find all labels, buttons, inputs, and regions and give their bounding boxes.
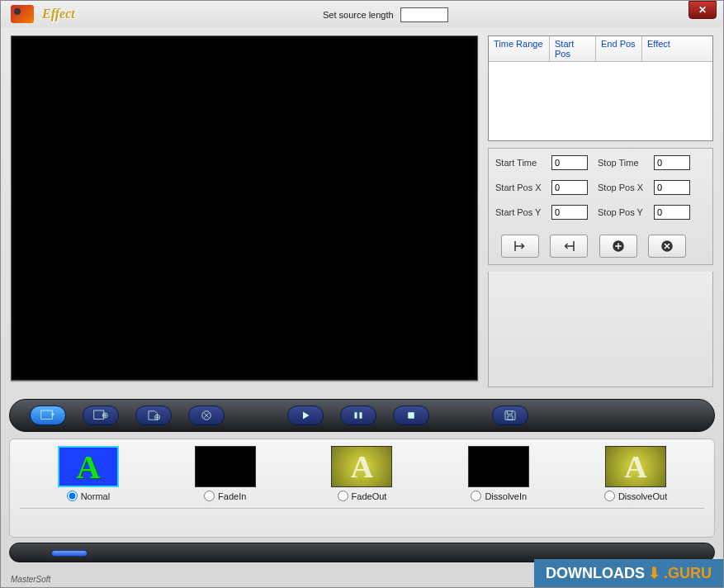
bracket-end-icon [561, 239, 576, 254]
radio-fadein[interactable] [204, 491, 215, 501]
toolbar [9, 399, 715, 432]
radio-dissolveout[interactable] [604, 491, 615, 501]
label-dissolvein: DissolveIn [485, 491, 527, 501]
select-start-button[interactable] [501, 235, 539, 258]
cancel-circle-icon [660, 239, 674, 254]
select-end-button[interactable] [550, 235, 588, 258]
close-icon: ✕ [698, 4, 707, 16]
effect-dissolvein: DissolveIn [437, 446, 561, 501]
watermark-pre: DOWNLOADS [546, 565, 645, 582]
source-length-row: Set source length [323, 7, 448, 22]
effect-fadein: FadeIn [163, 446, 287, 501]
new-frame-icon [40, 410, 55, 421]
new-frame-button[interactable] [30, 405, 66, 425]
effect-normal: A Normal [26, 446, 150, 501]
radio-normal[interactable] [67, 491, 78, 501]
source-length-input[interactable] [400, 7, 448, 22]
svg-rect-7 [355, 412, 357, 419]
label-normal: Normal [81, 491, 110, 501]
delete-icon [199, 410, 214, 421]
thumb-fadeout[interactable]: A [331, 446, 392, 487]
effects-strip: A Normal FadeIn A FadeOut [9, 439, 715, 538]
plus-circle-icon [611, 239, 626, 254]
thumb-dissolveout[interactable]: A [605, 446, 666, 487]
label-fadeout: FadeOut [352, 491, 387, 501]
stop-posy-label: Stop Pos Y [598, 207, 646, 217]
add-file-icon [146, 410, 161, 421]
footer-brand: MasterSoft [11, 575, 50, 584]
delete-button[interactable] [188, 405, 225, 425]
effect-fadeout: A FadeOut [300, 446, 424, 501]
col-end-pos[interactable]: End Pos [596, 36, 642, 61]
start-posx-label: Start Pos X [495, 183, 543, 192]
watermark-post: .GURU [664, 565, 712, 582]
bracket-start-icon [513, 239, 528, 254]
save-icon [503, 410, 518, 421]
effect-list[interactable]: Time Range Start Pos End Pos Effect [488, 36, 713, 141]
app-icon [11, 5, 34, 23]
radio-fadeout[interactable] [338, 491, 348, 501]
download-arrow-icon: ⬇ [648, 564, 660, 582]
stop-button[interactable] [393, 405, 429, 425]
stop-time-input[interactable] [654, 155, 690, 170]
source-length-label: Set source length [323, 10, 394, 20]
watermark: DOWNLOADS ⬇ .GURU [534, 559, 723, 587]
right-panel: Time Range Start Pos End Pos Effect Star… [488, 36, 713, 387]
pause-icon [351, 410, 366, 421]
start-time-label: Start Time [495, 158, 543, 168]
titlebar: Effect ✕ Set source length [1, 1, 723, 27]
label-dissolveout: DissolveOut [618, 491, 667, 501]
thumb-dissolvein[interactable] [468, 446, 529, 487]
stop-icon [404, 410, 419, 421]
stop-posy-input[interactable] [654, 205, 690, 220]
svg-rect-3 [94, 410, 104, 420]
save-button[interactable] [492, 405, 528, 425]
stop-time-label: Stop Time [598, 158, 646, 168]
add-button[interactable] [599, 235, 637, 258]
col-effect[interactable]: Effect [642, 36, 712, 61]
add-clip-icon [93, 410, 108, 421]
preview-canvas [11, 36, 478, 381]
add-clip-button[interactable] [83, 405, 119, 425]
close-button[interactable]: ✕ [689, 1, 717, 19]
col-start-pos[interactable]: Start Pos [550, 36, 596, 61]
start-posy-input[interactable] [551, 205, 588, 220]
start-time-input[interactable] [551, 155, 588, 170]
col-time-range[interactable]: Time Range [489, 36, 550, 61]
list-header: Time Range Start Pos End Pos Effect [489, 36, 712, 62]
svg-rect-8 [360, 412, 362, 419]
thumb-fadein[interactable] [195, 446, 256, 487]
effect-dissolveout: A DissolveOut [574, 446, 698, 501]
position-box: Start Time Stop Time Start Pos X Stop Po… [488, 148, 713, 265]
thumb-normal[interactable]: A [58, 446, 119, 487]
label-fadein: FadeIn [218, 491, 246, 501]
spacer-panel [488, 272, 713, 387]
pause-button[interactable] [340, 405, 376, 425]
radio-dissolvein[interactable] [471, 491, 481, 501]
start-posy-label: Start Pos Y [495, 207, 543, 217]
remove-button[interactable] [648, 235, 686, 258]
add-file-button[interactable] [135, 405, 172, 425]
window-title: Effect [42, 7, 75, 21]
play-icon [298, 410, 313, 421]
stop-posx-input[interactable] [654, 180, 690, 195]
play-button[interactable] [287, 405, 324, 425]
svg-rect-2 [41, 410, 53, 420]
effect-window: Effect ✕ Set source length Time Range St… [0, 0, 724, 588]
timeline-segment[interactable] [51, 550, 88, 557]
stop-posx-label: Stop Pos X [598, 183, 646, 192]
svg-rect-9 [408, 412, 414, 419]
start-posx-input[interactable] [551, 180, 588, 195]
